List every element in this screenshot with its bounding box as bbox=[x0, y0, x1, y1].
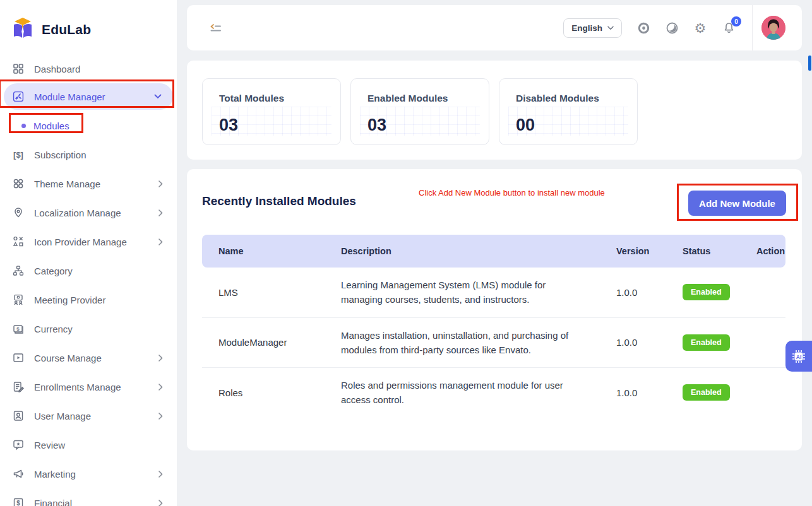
sidebar-item-label: Icon Provider Manage bbox=[34, 237, 150, 247]
stat-card-total-modules: Total Modules 03 bbox=[202, 78, 341, 145]
sidebar-subitem-label: Modules bbox=[33, 121, 69, 131]
module-name: Roles bbox=[218, 387, 341, 398]
status-cell: Enabled bbox=[683, 384, 756, 401]
chevron-right-icon bbox=[158, 238, 163, 245]
chevron-right-icon bbox=[158, 355, 163, 362]
stat-card-disabled-modules: Disabled Modules 00 bbox=[499, 78, 638, 145]
module-name: LMS bbox=[218, 287, 341, 298]
stat-title: Total Modules bbox=[219, 93, 340, 104]
sidebar-nav: Dashboard Module Manager Modules [$] Sub… bbox=[0, 54, 177, 506]
stat-value: 00 bbox=[516, 115, 637, 135]
notifications-bell-icon[interactable]: 0 bbox=[722, 21, 736, 35]
review-bubble-icon bbox=[11, 438, 25, 452]
sidebar-item-theme-manage[interactable]: Theme Manage bbox=[0, 169, 177, 198]
sidebar-item-meeting-provider[interactable]: Meeting Provider bbox=[0, 285, 177, 314]
map-pin-icon bbox=[11, 206, 25, 220]
module-version: 1.0.0 bbox=[616, 387, 683, 398]
theme-icon bbox=[11, 177, 25, 191]
sidebar-collapse-icon[interactable] bbox=[208, 22, 222, 33]
language-select[interactable]: English bbox=[563, 18, 622, 38]
dashboard-grid-icon bbox=[11, 62, 25, 76]
sidebar-item-label: Subscription bbox=[34, 150, 163, 160]
column-header-status: Status bbox=[683, 246, 756, 256]
stat-title: Enabled Modules bbox=[367, 93, 489, 104]
visibility-eye-icon[interactable] bbox=[636, 21, 650, 35]
column-header-name: Name bbox=[218, 246, 341, 256]
status-cell: Enabled bbox=[683, 334, 756, 351]
sidebar-item-dashboard[interactable]: Dashboard bbox=[0, 54, 177, 83]
modules-table: Name Description Version Status Action L… bbox=[202, 235, 785, 418]
sidebar-item-label: Course Manage bbox=[34, 353, 150, 363]
main-content: English ⚙ 0 Total Modu bbox=[177, 0, 812, 506]
chevron-right-icon bbox=[158, 209, 163, 216]
currency-icon: $ bbox=[11, 322, 25, 336]
stat-card-enabled-modules: Enabled Modules 03 bbox=[350, 78, 489, 145]
chevron-right-icon bbox=[158, 384, 163, 391]
stat-title: Disabled Modules bbox=[516, 93, 637, 104]
settings-gear-icon[interactable]: ⚙ bbox=[693, 21, 707, 35]
sidebar-item-review[interactable]: Review bbox=[0, 430, 177, 459]
svg-text:AI: AI bbox=[796, 353, 802, 360]
sidebar-item-label: Marketing bbox=[34, 469, 150, 480]
sidebar-item-user-manage[interactable]: User Manage bbox=[0, 401, 177, 430]
financial-icon: $ bbox=[11, 496, 25, 506]
sidebar-item-label: Financial bbox=[34, 498, 150, 506]
sidebar-item-label: Dashboard bbox=[34, 64, 163, 74]
module-version: 1.0.0 bbox=[616, 337, 683, 348]
sidebar-item-label: User Manage bbox=[34, 411, 150, 421]
sidebar-item-currency[interactable]: $ Currency bbox=[0, 314, 177, 343]
sidebar-item-label: Currency bbox=[34, 324, 163, 334]
sidebar-item-label: Review bbox=[34, 440, 163, 450]
sidebar-item-subscription[interactable]: [$] Subscription bbox=[0, 140, 177, 169]
chevron-right-icon bbox=[158, 413, 163, 420]
sidebar-subitem-modules[interactable]: Modules bbox=[0, 115, 177, 136]
sidebar-item-course-manage[interactable]: Course Manage bbox=[0, 343, 177, 372]
enrollment-doc-icon bbox=[11, 380, 25, 394]
annotation-note-text: Click Add New Module button to install n… bbox=[419, 188, 605, 197]
sidebar-item-label: Module Manager bbox=[34, 91, 145, 102]
sitemap-icon bbox=[11, 264, 25, 278]
sidebar-item-icon-provider-manage[interactable]: Icon Provider Manage bbox=[0, 227, 177, 256]
svg-text:$: $ bbox=[16, 326, 20, 332]
sidebar-item-label: Category bbox=[34, 266, 163, 276]
module-description: Manages installation, uninstallation, an… bbox=[341, 328, 588, 358]
shapes-icon bbox=[11, 235, 25, 249]
stat-value: 03 bbox=[219, 115, 340, 135]
sidebar-item-enrollments-manage[interactable]: Enrollments Manage bbox=[0, 372, 177, 401]
sidebar-item-label: Meeting Provider bbox=[34, 295, 163, 305]
course-video-icon bbox=[11, 351, 25, 365]
section-title: Recently Installed Modules bbox=[202, 194, 356, 208]
page-scrollbar-thumb[interactable] bbox=[808, 56, 811, 71]
brand-logo[interactable]: EduLab bbox=[0, 0, 177, 45]
sidebar-item-module-manager[interactable]: Module Manager bbox=[4, 83, 173, 110]
ai-assistant-fab[interactable]: AI bbox=[785, 341, 812, 372]
sidebar-item-label: Enrollments Manage bbox=[34, 382, 150, 392]
module-version: 1.0.0 bbox=[616, 287, 683, 298]
modules-panel: Recently Installed Modules Click Add New… bbox=[187, 169, 802, 450]
status-badge[interactable]: Enabled bbox=[683, 334, 730, 351]
edulab-logo-icon bbox=[10, 16, 35, 44]
add-new-module-button[interactable]: Add New Module bbox=[688, 191, 786, 216]
header-divider bbox=[752, 5, 753, 50]
module-description: Roles and permissions management module … bbox=[341, 378, 588, 408]
module-name: ModuleManager bbox=[218, 337, 341, 348]
sidebar-item-localization-manage[interactable]: Localization Manage bbox=[0, 198, 177, 227]
table-row: ModuleManager Manages installation, unin… bbox=[202, 318, 785, 368]
sidebar-item-label: Theme Manage bbox=[34, 179, 150, 189]
sidebar-item-marketing[interactable]: Marketing bbox=[0, 459, 177, 488]
megaphone-icon bbox=[11, 467, 25, 481]
sidebar-item-category[interactable]: Category bbox=[0, 256, 177, 285]
brand-name: EduLab bbox=[42, 22, 91, 37]
chevron-down-icon bbox=[154, 94, 162, 99]
status-badge[interactable]: Enabled bbox=[683, 384, 730, 401]
stats-panel: Total Modules 03 Enabled Modules 03 Disa… bbox=[187, 61, 802, 160]
sidebar-item-financial[interactable]: $ Financial bbox=[0, 488, 177, 506]
chevron-right-icon bbox=[158, 180, 163, 187]
user-avatar[interactable] bbox=[761, 16, 785, 40]
table-header-row: Name Description Version Status Action bbox=[202, 235, 785, 268]
dark-mode-moon-icon[interactable] bbox=[665, 21, 679, 35]
bullet-icon bbox=[21, 124, 26, 128]
status-cell: Enabled bbox=[683, 284, 756, 300]
status-badge[interactable]: Enabled bbox=[683, 284, 730, 300]
notification-count-badge: 0 bbox=[731, 16, 741, 26]
